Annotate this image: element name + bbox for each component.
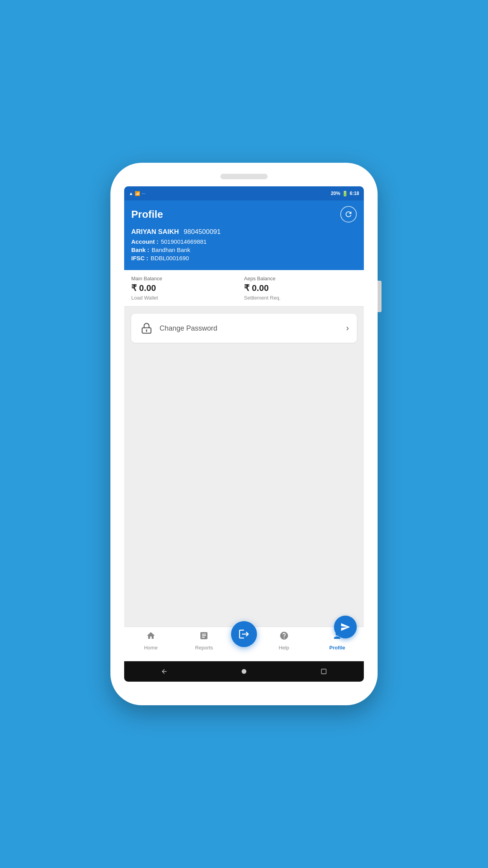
- send-icon: [340, 622, 350, 632]
- dots-icon: ···: [142, 191, 145, 196]
- user-info: ARIYAN SAIKH 9804500091 Account : 501900…: [131, 228, 357, 261]
- user-name-row: ARIYAN SAIKH 9804500091: [131, 228, 357, 236]
- send-fab-button[interactable]: [334, 616, 357, 638]
- nav-home[interactable]: Home: [124, 631, 178, 651]
- help-nav-label: Help: [279, 645, 289, 651]
- user-phone: 9804500091: [183, 228, 221, 236]
- balance-section: Main Balance ₹ 0.00 Load Wallet Aeps Bal…: [124, 270, 364, 307]
- lock-icon: [139, 321, 154, 336]
- account-row: Account : 50190014669881: [131, 238, 357, 245]
- chevron-right-icon: ›: [346, 323, 349, 333]
- main-balance-label: Main Balance: [131, 276, 244, 281]
- aeps-balance-amount: ₹ 0.00: [244, 283, 357, 293]
- svg-point-1: [146, 329, 147, 331]
- wifi-icon: ▲: [129, 191, 133, 196]
- status-right: 20% 🔋 6:18: [331, 191, 359, 197]
- bank-name: Bandhan Bank: [152, 246, 190, 253]
- account-number: 50190014669881: [161, 238, 207, 245]
- home-icon: [146, 631, 156, 643]
- ifsc-row: IFSC : BDBL0001690: [131, 255, 357, 261]
- header: Profile ARIYAN SAIKH 9804500091 Account …: [124, 200, 364, 270]
- change-password-button[interactable]: Change Password ›: [131, 314, 357, 343]
- profile-nav-label: Profile: [329, 645, 345, 651]
- ifsc-code: BDBL0001690: [150, 255, 189, 261]
- account-label: Account :: [131, 238, 158, 245]
- nav-reports[interactable]: Reports: [178, 631, 231, 651]
- reports-nav-label: Reports: [195, 645, 213, 651]
- logout-fab-button[interactable]: [231, 621, 257, 647]
- home-nav-label: Home: [144, 645, 158, 651]
- reports-icon: [199, 631, 209, 643]
- refresh-button[interactable]: [340, 206, 357, 223]
- android-home-button[interactable]: [240, 668, 248, 675]
- status-icons: ▲ 📶 ···: [129, 191, 145, 196]
- battery-percent: 20%: [331, 191, 340, 196]
- help-icon: [279, 631, 289, 643]
- bank-row: Bank : Bandhan Bank: [131, 246, 357, 253]
- content-area: Change Password ›: [124, 307, 364, 627]
- user-name: ARIYAN SAIKH: [131, 228, 179, 236]
- phone-screen: ▲ 📶 ··· 20% 🔋 6:18 Profile: [124, 186, 364, 682]
- svg-rect-4: [321, 669, 326, 674]
- page-title: Profile: [131, 208, 163, 221]
- settlement-req-link[interactable]: Settlement Req.: [244, 295, 357, 301]
- logout-icon: [238, 628, 250, 640]
- android-recent-button[interactable]: [320, 668, 328, 675]
- android-back-button[interactable]: [160, 668, 168, 675]
- change-password-left: Change Password: [139, 321, 217, 336]
- android-nav-bar: [124, 661, 364, 682]
- aeps-balance-label: Aeps Balance: [244, 276, 357, 281]
- battery-icon: 🔋: [342, 191, 348, 197]
- ifsc-label: IFSC :: [131, 255, 148, 261]
- nav-help[interactable]: Help: [257, 631, 311, 651]
- clock: 6:18: [350, 191, 359, 196]
- svg-point-3: [242, 669, 246, 674]
- bank-label: Bank :: [131, 246, 149, 253]
- header-top: Profile: [131, 206, 357, 223]
- status-bar: ▲ 📶 ··· 20% 🔋 6:18: [124, 186, 364, 200]
- refresh-icon: [344, 210, 353, 219]
- signal-bars-icon: 📶: [135, 191, 140, 196]
- change-password-label: Change Password: [160, 324, 217, 333]
- aeps-balance-item: Aeps Balance ₹ 0.00 Settlement Req.: [244, 276, 357, 301]
- load-wallet-link[interactable]: Load Wallet: [131, 295, 244, 301]
- main-balance-amount: ₹ 0.00: [131, 283, 244, 293]
- phone-frame: ▲ 📶 ··· 20% 🔋 6:18 Profile: [110, 163, 378, 705]
- main-balance-item: Main Balance ₹ 0.00 Load Wallet: [131, 276, 244, 301]
